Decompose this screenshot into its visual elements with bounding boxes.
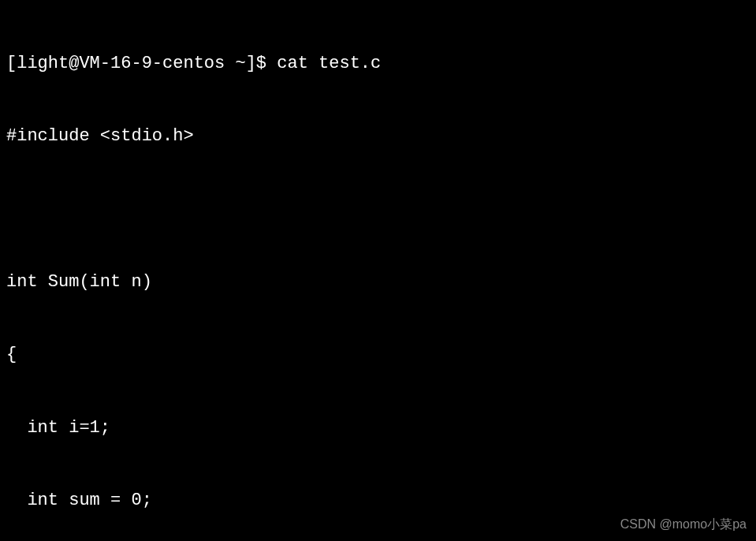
code-line: int sum = 0; [6,489,750,513]
code-line: int Sum(int n) [6,270,750,295]
code-line [6,197,750,222]
prompt-line: [light@VM-16-9-centos ~]$ cat test.c [6,52,750,76]
code-line: #include <stdio.h> [6,125,750,149]
watermark-text: CSDN @momo小菜pa [620,516,747,533]
code-line: { [6,343,750,368]
terminal-output[interactable]: [light@VM-16-9-centos ~]$ cat test.c #in… [6,3,750,541]
code-line: int i=1; [6,416,750,441]
